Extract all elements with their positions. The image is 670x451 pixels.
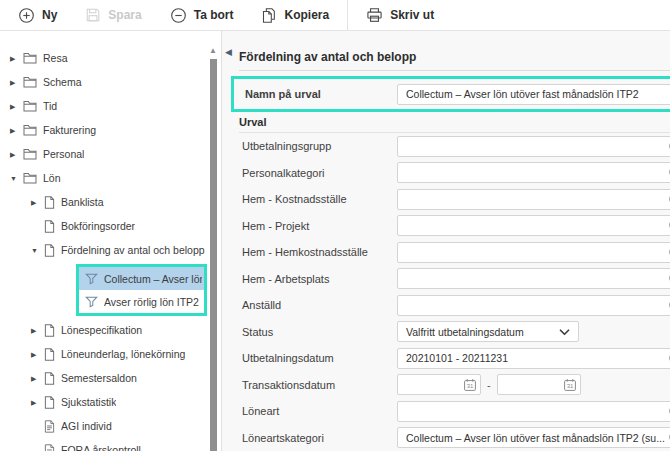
tree-item-lon[interactable]: ▼Lön: [0, 166, 221, 190]
toolbar-divider: [347, 0, 348, 31]
document-icon: [44, 348, 55, 361]
field-label: Utbetalningsgrupp: [239, 140, 397, 152]
copy-button[interactable]: Kopiera: [247, 0, 343, 30]
caret-down-icon[interactable]: ▼: [10, 175, 23, 182]
caret-right-icon[interactable]: ▶: [10, 103, 23, 110]
tree-item-schema[interactable]: ▶Schema: [0, 70, 221, 94]
tree-item-sjukstatistik[interactable]: ▶Sjukstatistik: [0, 390, 221, 414]
form-row-loneartskategori: LöneartskategoriCollectum – Avser lön ut…: [239, 425, 670, 451]
anstalld-input[interactable]: [397, 295, 670, 316]
save-button[interactable]: Spara: [71, 0, 155, 30]
tree-item-bokforingsorder[interactable]: Bokföringsorder: [0, 214, 221, 238]
panel-collapse-icon[interactable]: ◀: [225, 48, 232, 57]
form-row-transaktionsdatum: Transaktionsdatum31-31: [239, 372, 670, 399]
tree-item-collectum-avser-lon-utove[interactable]: Collectum – Avser lön utöve...: [79, 267, 204, 290]
tree-item-semestersaldon[interactable]: ▶Semestersaldon: [0, 366, 221, 390]
utbetalningsdatum-input[interactable]: 20210101 - 20211231: [397, 348, 670, 369]
content-layout: ▶Resa▶Schema▶Tid▶Fakturering▶Personal▼Lö…: [0, 31, 670, 451]
status-select[interactable]: Valfritt utbetalningsdatum: [397, 321, 579, 342]
svg-text:31: 31: [467, 384, 474, 390]
form-row-anstalld: Anställd: [239, 292, 670, 319]
caret-right-icon[interactable]: ▶: [31, 375, 44, 382]
folder-icon: [23, 172, 37, 184]
tree-item-agi-individ[interactable]: AGI individ: [0, 414, 221, 438]
urval-form: UtbetalningsgruppPersonalkategoriHem - K…: [239, 133, 670, 451]
sidebar-scrollbar[interactable]: ▲: [207, 46, 219, 451]
loneartskategori-input[interactable]: Collectum – Avser lön utöver fast månads…: [397, 427, 670, 448]
hem-arbetsplats-input[interactable]: [397, 268, 670, 289]
form-row-utbetalningsgrupp: Utbetalningsgrupp: [239, 133, 670, 160]
tree-item-loneunderlag-lonekorning[interactable]: ▶Löneunderlag, lönekörning: [0, 342, 221, 366]
tree-item-lonespecifikation[interactable]: ▶Lönespecifikation: [0, 318, 221, 342]
field-label: Utbetalningsdatum: [239, 352, 397, 364]
sidebar-tree: ▶Resa▶Schema▶Tid▶Fakturering▶Personal▼Lö…: [0, 46, 221, 451]
tree-item-resa[interactable]: ▶Resa: [0, 46, 221, 70]
name-field-label: Namn på urval: [242, 88, 397, 100]
tree-item-fakturering[interactable]: ▶Fakturering: [0, 118, 221, 142]
tree-item-personal[interactable]: ▶Personal: [0, 142, 221, 166]
tree-item-avser-rorlig-lon-itp2[interactable]: Avser rörlig lön ITP2: [79, 290, 204, 313]
form-row-hem-projekt: Hem - Projekt: [239, 213, 670, 240]
document-icon: [44, 220, 55, 233]
caret-right-icon[interactable]: ▶: [31, 399, 44, 406]
title-divider: [239, 70, 670, 71]
utbetalningsgrupp-input[interactable]: [397, 136, 670, 157]
folder-icon: [23, 76, 37, 88]
tree-item-fora-arskontroll[interactable]: FORA årskontroll: [0, 438, 221, 451]
field-label: Hem - Kostnadsställe: [239, 193, 397, 205]
main-panel: ◀ Fördelning av antal och belopp Namn på…: [222, 31, 670, 451]
field-label: Transaktionsdatum: [239, 379, 397, 391]
calendar-icon[interactable]: 31: [463, 378, 477, 392]
folder-icon: [23, 124, 37, 136]
caret-right-icon[interactable]: ▶: [31, 199, 44, 206]
section-title: Urval: [239, 116, 670, 129]
new-button[interactable]: Ny: [4, 0, 71, 30]
form-row-hem-kostnadsstalle: Hem - Kostnadsställe: [239, 186, 670, 213]
page-title: Fördelning av antal och belopp: [239, 50, 670, 64]
hem-hemkostnadsstalle-input[interactable]: [397, 242, 670, 263]
form-row-hem-arbetsplats: Hem - Arbetsplats: [239, 266, 670, 293]
chevron-down-icon: [559, 329, 570, 336]
svg-text:31: 31: [566, 384, 573, 390]
document-icon: [44, 324, 55, 337]
hem-projekt-input[interactable]: [397, 215, 670, 236]
name-field-row: Namn på urval Collectum – Avser lön utöv…: [234, 79, 670, 109]
field-label: Status: [239, 326, 397, 338]
plus-circle-icon: [18, 7, 35, 24]
tree-item-banklista[interactable]: ▶Banklista: [0, 190, 221, 214]
filter-icon: [85, 296, 98, 308]
field-label: Hem - Hemkostnadsställe: [239, 246, 397, 258]
caret-right-icon[interactable]: ▶: [31, 351, 44, 358]
caret-right-icon[interactable]: ▶: [10, 55, 23, 62]
hem-kostnadsstalle-input[interactable]: [397, 189, 670, 210]
caret-right-icon[interactable]: ▶: [31, 327, 44, 334]
caret-right-icon[interactable]: ▶: [10, 79, 23, 86]
caret-right-icon[interactable]: ▶: [10, 127, 23, 134]
calendar-icon[interactable]: 31: [563, 378, 577, 392]
delete-button[interactable]: Ta bort: [156, 0, 248, 30]
loneart-input[interactable]: [397, 401, 670, 422]
transaktionsdatum-to-input[interactable]: 31: [497, 374, 581, 395]
report-icon: [44, 444, 55, 451]
form-row-status: StatusValfritt utbetalningsdatum: [239, 319, 670, 346]
print-button[interactable]: Skriv ut: [352, 0, 448, 30]
printer-icon: [366, 7, 383, 23]
namn-pa-urval-input[interactable]: Collectum – Avser lön utöver fast månads…: [397, 84, 670, 105]
caret-down-icon[interactable]: ▼: [31, 247, 44, 254]
form-row-loneart: Löneart: [239, 398, 670, 425]
field-label: Hem - Projekt: [239, 220, 397, 232]
scroll-up-icon[interactable]: ▲: [209, 46, 217, 57]
document-icon: [44, 196, 55, 209]
transaktionsdatum-from-input[interactable]: 31: [397, 374, 481, 395]
document-icon: [44, 372, 55, 385]
save-icon: [85, 7, 101, 23]
tree-item-tid[interactable]: ▶Tid: [0, 94, 221, 118]
tree-item-fordelning-av-antal-och-belopp[interactable]: ▼Fördelning av antal och belopp: [0, 238, 221, 262]
personalkategori-input[interactable]: [397, 162, 670, 183]
toolbar: NySparaTa bortKopieraSkriv ut: [0, 0, 670, 31]
scrollbar-thumb[interactable]: [210, 59, 217, 451]
name-row-highlight-box: Namn på urval Collectum – Avser lön utöv…: [231, 76, 670, 112]
tree-highlight-box: Collectum – Avser lön utöve...Avser rörl…: [76, 264, 207, 316]
copy-icon: [261, 7, 277, 24]
caret-right-icon[interactable]: ▶: [10, 151, 23, 158]
